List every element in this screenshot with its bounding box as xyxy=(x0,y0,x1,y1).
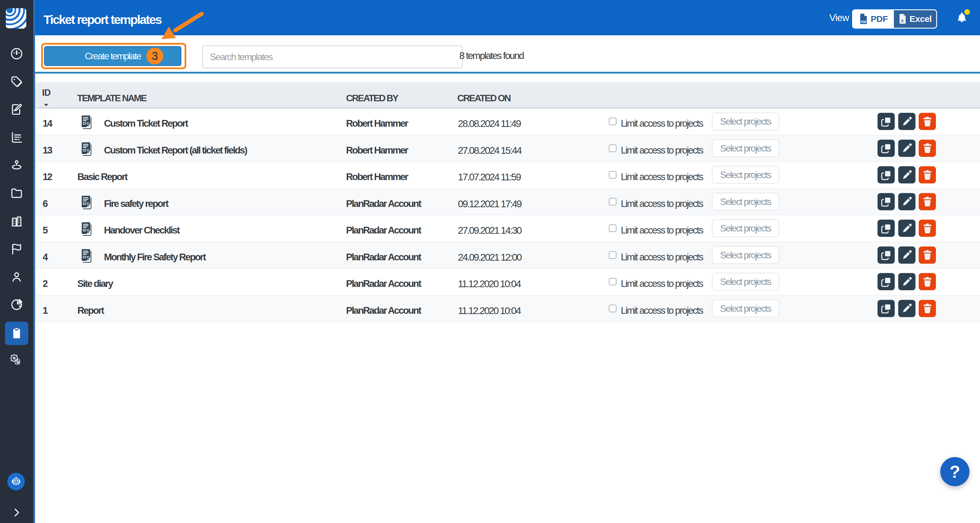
svg-text:x: x xyxy=(901,18,904,23)
svg-text:PDF: PDF xyxy=(861,20,867,24)
